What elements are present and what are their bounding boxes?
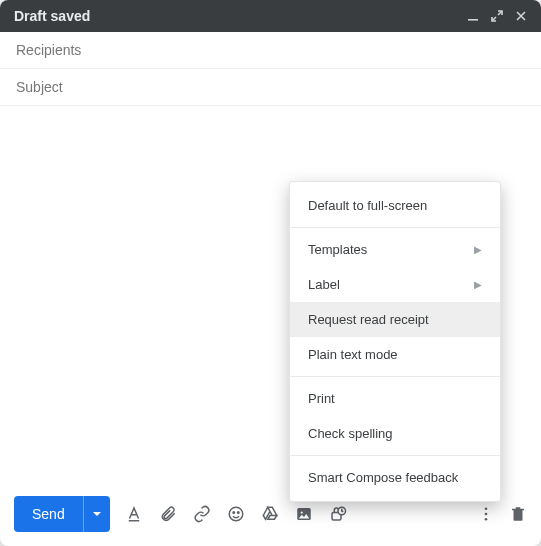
close-icon[interactable] [515, 10, 527, 22]
send-button[interactable]: Send [14, 496, 83, 532]
confidential-icon[interactable] [328, 504, 348, 524]
menu-request-read-receipt[interactable]: Request read receipt [290, 302, 500, 337]
menu-check-spelling[interactable]: Check spelling [290, 416, 500, 451]
minimize-icon[interactable] [467, 10, 479, 22]
svg-point-10 [485, 518, 488, 521]
subject-field[interactable]: Subject [0, 69, 541, 106]
svg-rect-0 [468, 19, 478, 21]
menu-separator [290, 376, 500, 377]
more-options-icon[interactable] [477, 505, 495, 523]
menu-default-fullscreen[interactable]: Default to full-screen [290, 188, 500, 223]
chevron-right-icon: ▶ [474, 279, 482, 290]
chevron-right-icon: ▶ [474, 244, 482, 255]
link-icon[interactable] [192, 504, 212, 524]
more-options-menu: Default to full-screen Templates▶ Label▶… [289, 181, 501, 502]
menu-separator [290, 227, 500, 228]
drive-icon[interactable] [260, 504, 280, 524]
svg-point-9 [485, 513, 488, 516]
svg-point-1 [229, 507, 243, 521]
photo-icon[interactable] [294, 504, 314, 524]
svg-point-5 [300, 511, 302, 513]
menu-smart-compose[interactable]: Smart Compose feedback [290, 460, 500, 495]
emoji-icon[interactable] [226, 504, 246, 524]
header-controls [467, 10, 527, 22]
svg-point-2 [233, 512, 235, 514]
menu-templates[interactable]: Templates▶ [290, 232, 500, 267]
send-options-button[interactable] [83, 496, 110, 532]
menu-separator [290, 455, 500, 456]
menu-print[interactable]: Print [290, 381, 500, 416]
header-title: Draft saved [14, 8, 90, 24]
fullscreen-icon[interactable] [491, 10, 503, 22]
send-button-group: Send [14, 496, 110, 532]
format-toolbar [124, 504, 348, 524]
compose-header: Draft saved [0, 0, 541, 32]
menu-label[interactable]: Label▶ [290, 267, 500, 302]
discard-icon[interactable] [509, 505, 527, 523]
menu-plain-text[interactable]: Plain text mode [290, 337, 500, 372]
recipients-field[interactable]: Recipients [0, 32, 541, 69]
right-toolbar [477, 505, 527, 523]
svg-point-8 [485, 507, 488, 510]
svg-point-3 [237, 512, 239, 514]
attach-icon[interactable] [158, 504, 178, 524]
format-text-icon[interactable] [124, 504, 144, 524]
